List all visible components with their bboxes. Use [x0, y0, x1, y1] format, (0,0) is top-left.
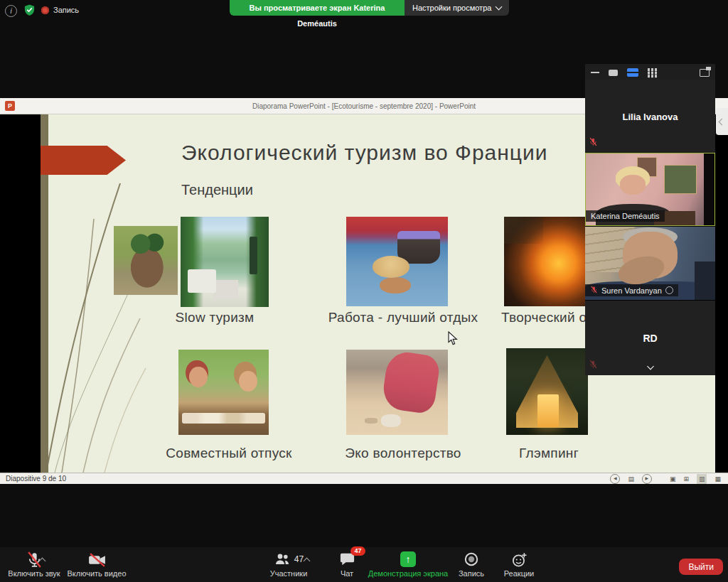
participant-info-icon: [665, 286, 673, 294]
slide-image-glamping-tent: [506, 348, 588, 435]
grass-decoration: [41, 176, 147, 473]
slide-caption-eco-volunteering: Эко волонтерство: [325, 446, 481, 461]
slide-image-glass-blowing: [504, 217, 589, 306]
participants-icon: [274, 551, 291, 568]
participants-button[interactable]: 47 Участники: [262, 550, 316, 578]
unmute-button[interactable]: Включить звук: [6, 550, 63, 578]
reactions-icon: [510, 550, 528, 568]
slide-caption-shared-vacation: Совместный отпуск: [126, 446, 332, 461]
camera-off-icon: [87, 550, 107, 568]
speaker-view-icon[interactable]: [609, 70, 618, 76]
slide-sorter-icon[interactable]: ⊞: [683, 475, 689, 483]
slideshow-view-icon[interactable]: ▦: [714, 475, 721, 483]
start-video-button[interactable]: Включить видео: [65, 550, 128, 578]
reactions-label: Реакции: [504, 569, 535, 578]
share-screen-icon: ↑: [400, 551, 416, 567]
record-icon: [463, 550, 480, 568]
minimize-panel-icon[interactable]: [591, 72, 599, 74]
mouse-cursor: [448, 331, 458, 348]
muted-mic-icon: [589, 136, 598, 149]
chevron-down-icon: [496, 4, 503, 11]
view-settings-button[interactable]: Настройки просмотра: [405, 0, 509, 16]
slide-subtitle: Тенденции: [181, 182, 253, 198]
recording-indicator: Запись: [41, 6, 79, 14]
start-video-label: Включить видео: [67, 569, 126, 578]
participants-video-panel: Lilia Ivanova Katerina Deméautis: [585, 64, 715, 372]
slide-image-beach-cleanup: [346, 350, 448, 435]
slide-counter: Diapositive 9 de 10: [6, 475, 66, 483]
participant-name-chip: Katerina Deméautis: [586, 210, 665, 222]
recording-icon: [41, 6, 49, 14]
leave-meeting-button[interactable]: Выйти: [679, 559, 723, 575]
scroll-participants-chevron[interactable]: [648, 359, 653, 372]
powerpoint-app-icon: P: [5, 101, 15, 111]
chevron-down-icon: [647, 363, 654, 370]
popout-panel-icon[interactable]: [700, 69, 710, 77]
muted-mic-icon: [590, 286, 598, 295]
participant-name: Lilia Ivanova: [585, 111, 715, 122]
participant-name: RD: [585, 333, 715, 344]
slide-image-canal-boats: [181, 217, 269, 307]
video-tile-rd[interactable]: RD: [585, 300, 715, 375]
recording-label: Запись: [53, 6, 79, 14]
video-edge-shadow: [704, 153, 714, 225]
viewing-screen-banner: Вы просматриваете экран Katerina Deméaut…: [230, 0, 405, 16]
slide-arrow-accent: [41, 146, 126, 175]
reactions-button[interactable]: Реакции: [496, 550, 542, 578]
gallery-view-icon[interactable]: [648, 68, 650, 70]
mic-options-caret[interactable]: [40, 556, 45, 565]
active-view-icon[interactable]: [627, 68, 638, 77]
person-figure: [620, 175, 646, 194]
record-button[interactable]: Запись: [451, 550, 492, 578]
participant-name-chip: Suren Vardanyan: [585, 284, 678, 296]
normal-view-icon[interactable]: ▣: [670, 475, 676, 483]
slide-image-outdoor-picnic: [178, 350, 269, 435]
video-tile-suren[interactable]: Suren Vardanyan: [585, 226, 715, 300]
status-bar-icons: ◀ ▤ ▶ ▣ ⊞ ▥ ▦: [610, 473, 721, 485]
share-screen-label: Демонстрация экрана: [368, 569, 448, 578]
meeting-top-bar: i Запись Вы просматриваете экран Katerin…: [0, 0, 728, 21]
unmute-label: Включить звук: [8, 569, 60, 578]
next-slide-icon[interactable]: ▶: [642, 474, 652, 484]
zoom-meeting-window: i Запись Вы просматриваете экран Katerin…: [0, 0, 728, 582]
slide-caption-slow-tourism: Slow туризм: [147, 310, 282, 325]
background-chair: [695, 262, 715, 300]
video-tile-lilia[interactable]: Lilia Ivanova: [585, 80, 715, 153]
security-shield-icon[interactable]: [23, 4, 36, 19]
participant-name: Suren Vardanyan: [601, 286, 662, 295]
slide-caption-glamping: Глэмпинг: [503, 446, 595, 461]
meeting-info-icon[interactable]: i: [5, 5, 17, 17]
meeting-controls-bar: Включить звук Включить видео 47 Участник…: [0, 547, 728, 582]
slide-image-donkey-trek: [114, 226, 178, 295]
notes-icon[interactable]: ▤: [628, 475, 634, 483]
slide-title: Экологический туризм во Франции: [181, 141, 548, 165]
video-panel-toolbar: [585, 64, 715, 80]
view-settings-label: Настройки просмотра: [412, 4, 491, 12]
participants-options-caret[interactable]: [304, 556, 309, 565]
previous-slide-icon[interactable]: ◀: [610, 474, 620, 484]
slide-image-lavender-harvest: [346, 217, 448, 306]
record-label: Запись: [459, 569, 484, 578]
chat-label: Чат: [341, 569, 353, 578]
wall-picture: [664, 165, 696, 193]
share-screen-button[interactable]: ↑ Демонстрация экрана: [360, 550, 456, 578]
participant-name: Katerina Deméautis: [591, 212, 660, 220]
participants-count: 47: [294, 554, 304, 564]
muted-mic-icon: [589, 359, 598, 372]
participants-label: Участники: [270, 569, 308, 578]
collapsed-panel-tab[interactable]: [716, 108, 728, 135]
chevron-left-icon: [719, 118, 726, 125]
video-tile-katerina[interactable]: Katerina Deméautis: [585, 153, 715, 226]
muted-mic-icon: [26, 550, 43, 568]
powerpoint-status-bar: Diapositive 9 de 10 ◀ ▤ ▶ ▣ ⊞ ▥ ▦: [0, 473, 728, 484]
slide-caption-work-best-rest: Работа - лучший отдых: [325, 310, 481, 325]
reading-view-icon[interactable]: ▥: [697, 474, 707, 484]
